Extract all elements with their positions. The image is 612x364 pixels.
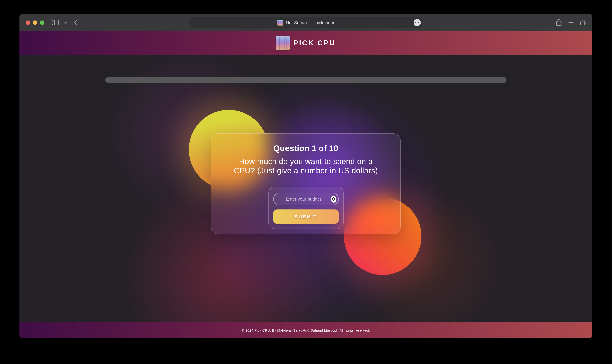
submit-button[interactable]: SUBMIT bbox=[273, 209, 339, 224]
zoom-window-button[interactable] bbox=[40, 20, 44, 25]
site-favicon bbox=[277, 20, 283, 26]
minimize-window-button[interactable] bbox=[33, 20, 37, 25]
safari-window: Not Secure — pickcpu.ir bbox=[19, 14, 592, 338]
page-settings-button[interactable] bbox=[413, 19, 421, 26]
tabs-icon bbox=[580, 19, 586, 26]
new-tab-button[interactable] bbox=[568, 20, 574, 25]
chevron-left-icon bbox=[74, 19, 77, 26]
address-label: Not Secure — pickcpu.ir bbox=[286, 20, 335, 25]
question-counter: Question 1 of 10 bbox=[211, 144, 400, 153]
ellipsis-icon bbox=[415, 22, 416, 23]
plus-icon bbox=[568, 20, 574, 25]
stepper-down-icon bbox=[332, 199, 335, 201]
sidebar-menu-chevron-button[interactable] bbox=[63, 21, 68, 24]
sidebar-toggle-button[interactable] bbox=[52, 18, 59, 26]
sidebar-icon bbox=[52, 20, 59, 25]
budget-field-wrap bbox=[273, 193, 339, 205]
browser-toolbar: Not Secure — pickcpu.ir bbox=[19, 14, 592, 31]
chevron-down-icon bbox=[64, 21, 68, 24]
question-card: Question 1 of 10 How much do you want to… bbox=[211, 133, 401, 234]
share-button[interactable] bbox=[556, 19, 562, 26]
copyright-text: © 2024 Pick CPU. By Mahdiyar Salavati & … bbox=[242, 328, 370, 332]
brand-title: PICK CPU bbox=[293, 39, 336, 47]
site-logo bbox=[276, 36, 290, 50]
quiz-page: Question 1 of 10 How much do you want to… bbox=[19, 55, 592, 322]
toolbar-separator bbox=[62, 19, 62, 26]
question-text: How much do you want to spend on a CPU? … bbox=[211, 157, 400, 175]
site-header: PICK CPU bbox=[19, 31, 592, 55]
budget-input[interactable] bbox=[273, 193, 339, 205]
screen: Not Secure — pickcpu.ir bbox=[0, 0, 612, 364]
window-controls bbox=[26, 14, 44, 31]
back-button[interactable] bbox=[73, 19, 78, 26]
number-stepper[interactable] bbox=[331, 196, 336, 202]
address-bar[interactable]: Not Secure — pickcpu.ir bbox=[189, 17, 422, 28]
close-window-button[interactable] bbox=[26, 20, 30, 25]
tab-overview-button[interactable] bbox=[580, 19, 586, 26]
budget-form-panel: SUBMIT bbox=[268, 187, 343, 229]
share-icon bbox=[556, 19, 562, 26]
progress-bar bbox=[105, 77, 506, 83]
toolbar-right-group bbox=[556, 14, 586, 31]
site-footer: © 2024 Pick CPU. By Mahdiyar Salavati & … bbox=[19, 322, 592, 338]
stepper-up-icon bbox=[332, 197, 335, 199]
